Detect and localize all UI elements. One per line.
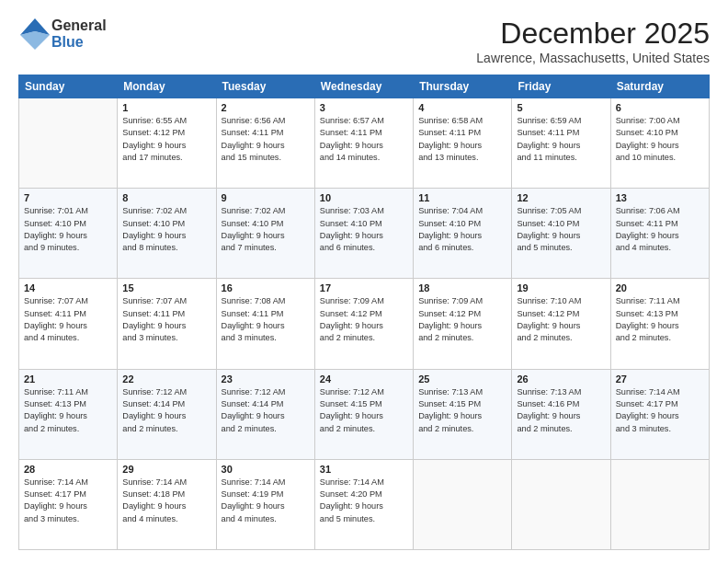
header-wednesday: Wednesday: [314, 75, 413, 98]
day-info: Sunrise: 7:11 AMSunset: 4:13 PMDaylight:…: [616, 295, 704, 344]
day-number: 6: [616, 102, 704, 113]
table-row: [512, 459, 610, 549]
table-row: 22Sunrise: 7:12 AMSunset: 4:14 PMDayligh…: [118, 369, 216, 459]
table-row: 9Sunrise: 7:02 AMSunset: 4:10 PMDaylight…: [216, 189, 314, 279]
day-number: 13: [616, 192, 704, 203]
table-row: [414, 459, 512, 549]
table-row: 7Sunrise: 7:01 AMSunset: 4:10 PMDaylight…: [19, 189, 118, 279]
day-info: Sunrise: 7:14 AMSunset: 4:18 PMDaylight:…: [122, 477, 210, 525]
svg-marker-1: [20, 31, 50, 50]
location: Lawrence, Massachusetts, United States: [476, 51, 710, 65]
title-block: December 2025 Lawrence, Massachusetts, U…: [476, 17, 710, 65]
day-info: Sunrise: 7:02 AMSunset: 4:10 PMDaylight:…: [222, 205, 310, 254]
table-row: 17Sunrise: 7:09 AMSunset: 4:12 PMDayligh…: [314, 279, 413, 369]
day-info: Sunrise: 7:14 AMSunset: 4:20 PMDaylight:…: [320, 477, 408, 525]
day-number: 9: [222, 192, 310, 203]
table-row: 1Sunrise: 6:55 AMSunset: 4:12 PMDaylight…: [118, 98, 216, 189]
day-info: Sunrise: 7:07 AMSunset: 4:11 PMDaylight:…: [24, 295, 112, 344]
table-row: 28Sunrise: 7:14 AMSunset: 4:17 PMDayligh…: [19, 459, 118, 549]
day-info: Sunrise: 7:03 AMSunset: 4:10 PMDaylight:…: [320, 205, 408, 254]
table-row: 29Sunrise: 7:14 AMSunset: 4:18 PMDayligh…: [118, 459, 216, 549]
calendar-table: Sunday Monday Tuesday Wednesday Thursday…: [18, 75, 710, 550]
day-number: 25: [418, 373, 506, 385]
day-info: Sunrise: 7:00 AMSunset: 4:10 PMDaylight:…: [616, 115, 704, 164]
table-row: 13Sunrise: 7:06 AMSunset: 4:11 PMDayligh…: [610, 189, 709, 279]
day-info: Sunrise: 7:04 AMSunset: 4:10 PMDaylight:…: [418, 205, 506, 254]
day-info: Sunrise: 7:08 AMSunset: 4:11 PMDaylight:…: [222, 295, 310, 344]
day-info: Sunrise: 7:12 AMSunset: 4:14 PMDaylight:…: [222, 386, 310, 435]
table-row: 6Sunrise: 7:00 AMSunset: 4:10 PMDaylight…: [610, 98, 709, 189]
day-info: Sunrise: 7:12 AMSunset: 4:14 PMDaylight:…: [122, 386, 210, 435]
day-number: 7: [24, 192, 112, 203]
day-info: Sunrise: 7:14 AMSunset: 4:19 PMDaylight:…: [222, 477, 310, 525]
day-info: Sunrise: 7:09 AMSunset: 4:12 PMDaylight:…: [320, 295, 408, 344]
table-row: 24Sunrise: 7:12 AMSunset: 4:15 PMDayligh…: [314, 369, 413, 459]
day-number: 24: [320, 373, 408, 385]
day-info: Sunrise: 6:59 AMSunset: 4:11 PMDaylight:…: [517, 115, 605, 164]
day-number: 19: [517, 282, 605, 293]
table-row: 12Sunrise: 7:05 AMSunset: 4:10 PMDayligh…: [512, 189, 610, 279]
table-row: 30Sunrise: 7:14 AMSunset: 4:19 PMDayligh…: [216, 459, 314, 549]
logo-general: General: [51, 17, 107, 34]
day-number: 12: [517, 192, 605, 203]
table-row: 18Sunrise: 7:09 AMSunset: 4:12 PMDayligh…: [414, 279, 512, 369]
table-row: 25Sunrise: 7:13 AMSunset: 4:15 PMDayligh…: [414, 369, 512, 459]
table-row: 3Sunrise: 6:57 AMSunset: 4:11 PMDaylight…: [314, 98, 413, 189]
day-number: 11: [418, 192, 506, 203]
table-row: 19Sunrise: 7:10 AMSunset: 4:12 PMDayligh…: [512, 279, 610, 369]
day-number: 14: [24, 282, 112, 293]
header-sunday: Sunday: [19, 75, 118, 98]
day-number: 15: [122, 282, 210, 293]
day-number: 27: [616, 373, 704, 385]
table-row: 10Sunrise: 7:03 AMSunset: 4:10 PMDayligh…: [314, 189, 413, 279]
table-row: [610, 459, 709, 549]
table-row: 8Sunrise: 7:02 AMSunset: 4:10 PMDaylight…: [118, 189, 216, 279]
table-row: 2Sunrise: 6:56 AMSunset: 4:11 PMDaylight…: [216, 98, 314, 189]
day-number: 31: [320, 464, 408, 475]
day-info: Sunrise: 7:14 AMSunset: 4:17 PMDaylight:…: [616, 386, 704, 435]
day-number: 22: [122, 373, 210, 385]
logo-blue: Blue: [51, 34, 107, 51]
day-number: 3: [320, 102, 408, 113]
calendar-week-row: 28Sunrise: 7:14 AMSunset: 4:17 PMDayligh…: [19, 459, 710, 549]
logo-icon: [18, 17, 51, 52]
logo: General Blue: [18, 17, 107, 52]
table-row: 11Sunrise: 7:04 AMSunset: 4:10 PMDayligh…: [414, 189, 512, 279]
day-number: 8: [122, 192, 210, 203]
day-info: Sunrise: 7:09 AMSunset: 4:12 PMDaylight:…: [418, 295, 506, 344]
day-number: 28: [24, 464, 112, 475]
calendar-week-row: 14Sunrise: 7:07 AMSunset: 4:11 PMDayligh…: [19, 279, 710, 369]
table-row: 23Sunrise: 7:12 AMSunset: 4:14 PMDayligh…: [216, 369, 314, 459]
table-row: 5Sunrise: 6:59 AMSunset: 4:11 PMDaylight…: [512, 98, 610, 189]
day-number: 30: [222, 464, 310, 475]
day-info: Sunrise: 7:10 AMSunset: 4:12 PMDaylight:…: [517, 295, 605, 344]
day-info: Sunrise: 7:13 AMSunset: 4:16 PMDaylight:…: [517, 386, 605, 435]
table-row: 14Sunrise: 7:07 AMSunset: 4:11 PMDayligh…: [19, 279, 118, 369]
day-info: Sunrise: 7:14 AMSunset: 4:17 PMDaylight:…: [24, 477, 112, 525]
day-info: Sunrise: 7:01 AMSunset: 4:10 PMDaylight:…: [24, 205, 112, 254]
table-row: 31Sunrise: 7:14 AMSunset: 4:20 PMDayligh…: [314, 459, 413, 549]
calendar-week-row: 7Sunrise: 7:01 AMSunset: 4:10 PMDaylight…: [19, 189, 710, 279]
calendar-week-row: 21Sunrise: 7:11 AMSunset: 4:13 PMDayligh…: [19, 369, 710, 459]
day-number: 2: [222, 102, 310, 113]
day-info: Sunrise: 7:11 AMSunset: 4:13 PMDaylight:…: [24, 386, 112, 435]
day-info: Sunrise: 6:58 AMSunset: 4:11 PMDaylight:…: [418, 115, 506, 164]
table-row: 21Sunrise: 7:11 AMSunset: 4:13 PMDayligh…: [19, 369, 118, 459]
table-row: 16Sunrise: 7:08 AMSunset: 4:11 PMDayligh…: [216, 279, 314, 369]
day-number: 17: [320, 282, 408, 293]
header-monday: Monday: [118, 75, 216, 98]
day-info: Sunrise: 7:05 AMSunset: 4:10 PMDaylight:…: [517, 205, 605, 254]
day-number: 26: [517, 373, 605, 385]
day-number: 4: [418, 102, 506, 113]
month-title: December 2025: [476, 17, 710, 51]
table-row: 15Sunrise: 7:07 AMSunset: 4:11 PMDayligh…: [118, 279, 216, 369]
day-number: 10: [320, 192, 408, 203]
day-info: Sunrise: 7:12 AMSunset: 4:15 PMDaylight:…: [320, 386, 408, 435]
table-row: 4Sunrise: 6:58 AMSunset: 4:11 PMDaylight…: [414, 98, 512, 189]
table-row: [19, 98, 118, 189]
header-saturday: Saturday: [610, 75, 709, 98]
day-info: Sunrise: 6:55 AMSunset: 4:12 PMDaylight:…: [122, 115, 210, 164]
day-number: 21: [24, 373, 112, 385]
day-number: 18: [418, 282, 506, 293]
table-row: 20Sunrise: 7:11 AMSunset: 4:13 PMDayligh…: [610, 279, 709, 369]
